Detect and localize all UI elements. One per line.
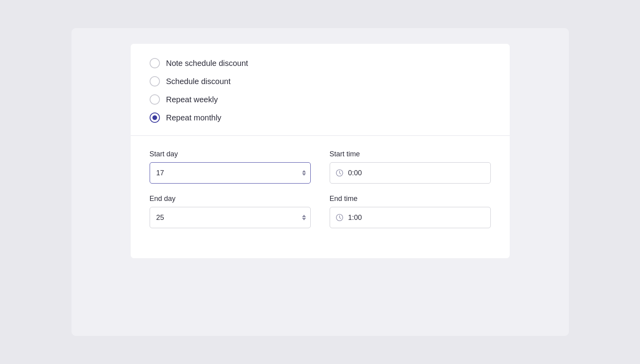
end-day-group: End day — [150, 195, 311, 228]
radio-label-schedule-discount: Schedule discount — [166, 77, 231, 86]
radio-label-repeat-weekly: Repeat weekly — [166, 95, 218, 104]
radio-item-repeat-monthly[interactable]: Repeat monthly — [150, 113, 491, 123]
radio-item-repeat-weekly[interactable]: Repeat weekly — [150, 94, 491, 105]
end-day-up-arrow[interactable] — [302, 215, 306, 217]
inner-card: Note schedule discount Schedule discount… — [131, 44, 510, 258]
outer-card: Note schedule discount Schedule discount… — [71, 28, 569, 336]
start-time-label: Start time — [330, 150, 491, 158]
radio-label-note-schedule-discount: Note schedule discount — [166, 59, 248, 68]
end-day-input-wrapper — [150, 207, 311, 228]
fields-section: Start day Start time — [131, 136, 510, 258]
end-day-input[interactable] — [150, 207, 311, 228]
radio-item-schedule-discount[interactable]: Schedule discount — [150, 76, 491, 86]
radio-item-note-schedule-discount[interactable]: Note schedule discount — [150, 58, 491, 68]
end-time-label: End time — [330, 195, 491, 203]
radio-repeat-weekly[interactable] — [150, 94, 160, 105]
radio-schedule-discount[interactable] — [150, 76, 160, 86]
bottom-fields-row: End day End time — [150, 195, 491, 228]
end-day-down-arrow[interactable] — [302, 218, 306, 220]
end-day-label: End day — [150, 195, 311, 203]
radio-label-repeat-monthly: Repeat monthly — [166, 113, 221, 122]
start-day-input-wrapper — [150, 162, 311, 184]
end-time-input[interactable] — [330, 207, 491, 228]
start-time-input[interactable] — [330, 162, 491, 184]
start-day-spinner[interactable] — [302, 170, 306, 176]
start-day-input[interactable] — [150, 162, 311, 184]
radio-section: Note schedule discount Schedule discount… — [131, 44, 510, 135]
top-fields-row: Start day Start time — [150, 150, 491, 184]
start-time-group: Start time — [330, 150, 491, 184]
start-day-down-arrow[interactable] — [302, 173, 306, 176]
start-day-label: Start day — [150, 150, 311, 158]
start-time-input-wrapper — [330, 162, 491, 184]
radio-note-schedule-discount[interactable] — [150, 58, 160, 68]
start-day-up-arrow[interactable] — [302, 170, 306, 173]
end-time-input-wrapper — [330, 207, 491, 228]
start-day-group: Start day — [150, 150, 311, 184]
radio-repeat-monthly[interactable] — [150, 113, 160, 123]
end-day-spinner[interactable] — [302, 215, 306, 220]
end-time-group: End time — [330, 195, 491, 228]
